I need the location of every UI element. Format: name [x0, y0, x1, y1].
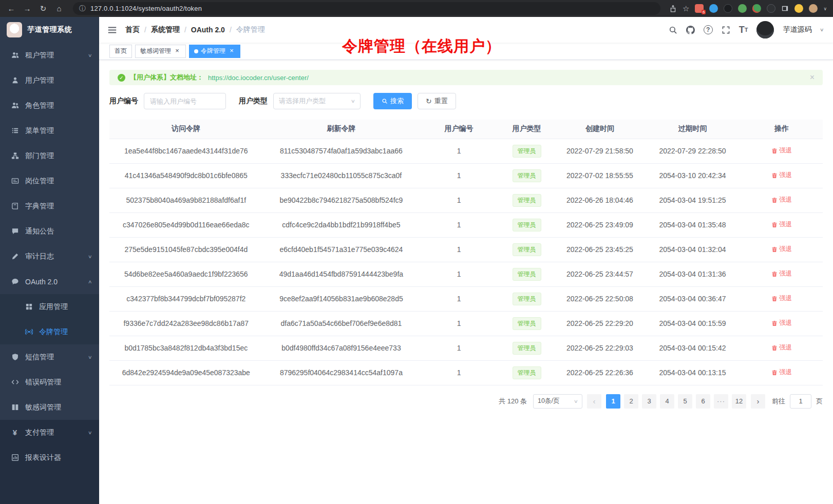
- expire-time-cell: 2054-03-04 00:36:47: [645, 286, 741, 311]
- sidebar-item-dict[interactable]: 字典管理: [0, 193, 99, 219]
- sidebar-item-oauth2-application[interactable]: 应用管理: [0, 294, 99, 319]
- browser-profile-avatar[interactable]: [809, 4, 818, 13]
- user-avatar[interactable]: [756, 21, 774, 38]
- extension-icon[interactable]: [724, 4, 732, 13]
- user-name[interactable]: 芋道源码: [783, 25, 811, 34]
- column-header: 用户编号: [420, 120, 498, 139]
- page-button-12[interactable]: 12: [732, 394, 746, 409]
- sidebar-item-oauth2-token[interactable]: 令牌管理: [0, 319, 99, 344]
- forward-button[interactable]: →: [22, 4, 32, 13]
- sidebar-item-sensitive-word[interactable]: 敏感词管理: [0, 395, 99, 420]
- reset-button[interactable]: ↻ 重置: [418, 93, 456, 109]
- profile-emoji-avatar[interactable]: [794, 4, 803, 13]
- tab-sensitive-word[interactable]: 敏感词管理×: [135, 45, 186, 58]
- expire-time-cell: 2054-03-04 00:13:15: [645, 360, 741, 385]
- user-id-cell: 1: [420, 212, 498, 237]
- chevron-down-icon: ∨: [574, 399, 578, 404]
- sidebar-item-oauth2[interactable]: OAuth 2.0∧: [0, 269, 99, 294]
- home-button[interactable]: ⌂: [54, 4, 64, 13]
- force-logout-button[interactable]: 强退: [771, 368, 792, 377]
- site-info-icon[interactable]: ⓘ: [79, 4, 86, 13]
- sidebar-item-pay[interactable]: ¥支付管理∨: [0, 420, 99, 445]
- page-button-4[interactable]: 4: [660, 394, 674, 409]
- prev-page-button[interactable]: ‹: [587, 394, 601, 409]
- sidebar-item-report-designer[interactable]: 报表设计器: [0, 445, 99, 470]
- tab-token[interactable]: 令牌管理×: [189, 45, 240, 58]
- breadcrumb-item[interactable]: 首页: [125, 25, 140, 34]
- create-time-cell: 2022-06-25 23:44:57: [555, 262, 645, 286]
- filter-bar: 用户编号 用户类型 请选择用户类型 ∨ 搜索 ↻ 重置: [109, 93, 823, 109]
- breadcrumb-item[interactable]: 系统管理: [151, 25, 180, 34]
- user-type-cell: 管理员: [498, 286, 555, 311]
- column-header: 创建时间: [555, 120, 645, 139]
- sidebar-item-post[interactable]: 岗位管理: [0, 168, 99, 193]
- force-logout-button[interactable]: 强退: [771, 294, 792, 303]
- user-type-select[interactable]: 请选择用户类型 ∨: [273, 93, 361, 109]
- force-logout-button[interactable]: 强退: [771, 245, 792, 254]
- font-size-icon[interactable]: TT: [739, 25, 748, 35]
- sidebar-item-dept[interactable]: 部门管理: [0, 143, 99, 168]
- doc-link[interactable]: https://doc.iocoder.cn/user-center/: [208, 74, 309, 82]
- sidebar-item-tenant[interactable]: 租户管理∨: [0, 43, 99, 68]
- url-text: 127.0.0.1:1024/system/oauth2/token: [90, 5, 202, 12]
- refresh-token-cell: b0df4980ffd34c67a08f9156e4eee733: [263, 336, 420, 360]
- page-button-6[interactable]: 6: [696, 394, 710, 409]
- page-button-2[interactable]: 2: [624, 394, 638, 409]
- goto-page-input[interactable]: [790, 394, 811, 409]
- tab-home[interactable]: 首页: [109, 45, 132, 58]
- side-panel-icon[interactable]: [781, 5, 789, 12]
- sidebar-item-audit-log[interactable]: 审计日志∨: [0, 244, 99, 269]
- next-page-button[interactable]: ›: [751, 394, 765, 409]
- address-bar[interactable]: ⓘ 127.0.0.1:1024/system/oauth2/token: [73, 2, 660, 15]
- sidebar-item-role[interactable]: 角色管理: [0, 93, 99, 118]
- force-logout-button[interactable]: 强退: [771, 220, 792, 229]
- reload-button[interactable]: ↻: [38, 4, 48, 13]
- extension-icon[interactable]: 6: [695, 4, 704, 13]
- alert-close-icon[interactable]: ×: [810, 73, 815, 82]
- share-icon[interactable]: [669, 5, 677, 12]
- app-title: 芋道管理系统: [27, 25, 72, 34]
- chevron-down-icon[interactable]: ∨: [820, 27, 824, 32]
- extension-icon[interactable]: [752, 4, 761, 13]
- fullscreen-icon[interactable]: [722, 26, 730, 34]
- bookmark-star-icon[interactable]: ☆: [683, 4, 689, 13]
- breadcrumb-item[interactable]: OAuth 2.0: [191, 26, 225, 34]
- force-logout-button[interactable]: 强退: [771, 171, 792, 180]
- page-size-select[interactable]: 10条/页 ∨: [533, 394, 582, 409]
- force-logout-button[interactable]: 强退: [771, 146, 792, 155]
- extension-icon[interactable]: [709, 4, 718, 13]
- extension-icon[interactable]: [767, 4, 775, 13]
- force-logout-button[interactable]: 强退: [771, 319, 792, 327]
- sidebar-item-menu[interactable]: 菜单管理: [0, 118, 99, 143]
- sidebar-item-sms[interactable]: 短信管理∨: [0, 344, 99, 370]
- extension-icon[interactable]: [738, 4, 747, 13]
- github-icon[interactable]: [686, 26, 695, 34]
- close-icon[interactable]: ×: [228, 48, 235, 55]
- back-button[interactable]: ←: [6, 4, 16, 13]
- sidebar-item-notice[interactable]: 通知公告: [0, 219, 99, 244]
- user-type-cell: 管理员: [498, 360, 555, 385]
- user-id-input[interactable]: [144, 93, 226, 109]
- user-id-cell: 1: [420, 188, 498, 212]
- access-token-cell: b0d1785bc3a8482f812db4a3f3bd15ec: [109, 336, 263, 360]
- search-icon[interactable]: [669, 26, 677, 34]
- app-logo[interactable]: 芋道管理系统: [0, 17, 99, 43]
- chevron-down-icon[interactable]: ∨: [823, 6, 827, 11]
- page-button-1[interactable]: 1: [606, 394, 620, 409]
- force-logout-button[interactable]: 强退: [771, 196, 792, 204]
- trash-icon: [771, 271, 778, 277]
- table-row: 1ea5e44f8bc1467aaede43144f31de76811c5304…: [109, 139, 823, 163]
- search-button[interactable]: 搜索: [373, 93, 412, 109]
- sidebar-item-user[interactable]: 用户管理: [0, 68, 99, 93]
- force-logout-button[interactable]: 强退: [771, 269, 792, 278]
- hamburger-icon[interactable]: [107, 25, 117, 35]
- close-icon[interactable]: ×: [174, 48, 181, 55]
- logo-image: [7, 22, 22, 37]
- page-more-button[interactable]: ···: [714, 394, 728, 409]
- sidebar-item-error-code[interactable]: 错误码管理: [0, 370, 99, 395]
- page-button-5[interactable]: 5: [678, 394, 692, 409]
- force-logout-button[interactable]: 强退: [771, 343, 792, 352]
- help-icon[interactable]: ?: [704, 25, 713, 34]
- page-button-3[interactable]: 3: [642, 394, 656, 409]
- access-token-cell: 1ea5e44f8bc1467aaede43144f31de76: [109, 139, 263, 163]
